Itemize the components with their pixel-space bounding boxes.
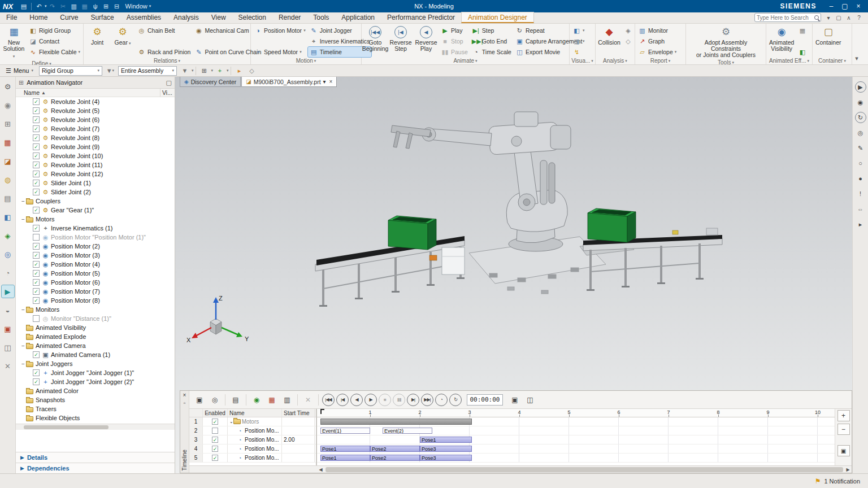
tab-tools[interactable]: Tools [307,12,335,23]
measure-button[interactable]: ◇ [622,36,634,46]
enabled-checkbox[interactable]: ✓ [212,437,218,443]
tree-checkbox[interactable]: ✓ [33,116,40,123]
chain-belt-button[interactable]: ◎Chain Belt [136,25,192,36]
enabled-checkbox[interactable]: ✓ [212,419,218,425]
history-icon[interactable]: ◔ [2,267,14,279]
position-motor-button[interactable]: ◑Position Motor▾ [252,25,307,36]
timeline-row-1[interactable]: 1✓ ⌄ Motors [189,417,316,426]
tree-checkbox[interactable]: ✓ [33,270,40,277]
speed-motor-button[interactable]: ◔Speed Motor▾ [252,47,307,57]
tree-item-revolute-joint-9[interactable]: ✓⚙Revolute Joint (9) [16,142,175,151]
envelope-button[interactable]: ▱Envelope▾ [636,47,678,57]
tree-item-position-motor-7[interactable]: ✓◉Position Motor (7) [16,287,175,296]
cut-icon[interactable]: ✂ [58,1,68,11]
close-icon[interactable]: × [329,79,333,85]
animated-visibility-button[interactable]: ◉AnimatedVisibility [767,25,796,57]
constraint-navigator-icon[interactable]: ▦ [2,136,14,149]
row-expander-icon[interactable]: ⌄ [229,419,233,424]
tree-item-position-motor-position-motor-1[interactable]: ◉Position Motor "Position Motor (1)" [16,233,175,242]
tree-item-motors[interactable]: −Motors [16,215,175,224]
gantt-row-2[interactable]: Event(1)Event(2) [317,426,835,435]
monitor-button[interactable]: ▥Monitor [636,25,678,36]
tab-view[interactable]: View [205,12,232,23]
tree-item-revolute-joint-4[interactable]: ✓⚙Revolute Joint (4) [16,97,175,106]
scrollbar-thumb[interactable] [326,467,843,472]
tree-item-animated-explode[interactable]: Animated Explode [16,332,175,341]
add-pose-icon[interactable]: ◉ [250,393,263,407]
time-scale-button[interactable]: ◔Time Scale [470,47,513,57]
tree-item-animated-camera[interactable]: −Animated Camera [16,341,175,350]
tree-checkbox[interactable] [33,315,40,322]
hd3d-tools-icon[interactable]: ◈ [2,229,14,242]
tree-item-position-motor-8[interactable]: ✓◉Position Motor (8) [16,296,175,305]
play-button[interactable]: ▶ [364,394,377,406]
tree-checkbox[interactable]: ✓ [33,369,40,376]
graph-button[interactable]: ↗Graph [636,36,678,46]
group-label-relations[interactable]: Relations▾ [84,57,250,64]
copy-icon[interactable]: ▥ [69,1,79,11]
stop-button[interactable]: ■Stop [439,36,470,46]
gantt-bar-pose3[interactable]: Pose3 [420,446,472,452]
group-label-container[interactable]: Container▾ [813,57,852,64]
timeline-options-icon[interactable]: ▫ [184,400,186,408]
save-icon[interactable]: ▤ [19,1,29,11]
tab-animation-designer[interactable]: Animation Designer [461,12,534,23]
window-expand-icon[interactable]: ▢ [834,13,843,22]
tree-item-revolute-joint-5[interactable]: ✓⚙Revolute Joint (5) [16,106,175,115]
tree-item-revolute-joint-11[interactable]: ✓⚙Revolute Joint (11) [16,160,175,169]
rotate-face-icon[interactable]: ◎ [855,127,866,138]
type-filter-combo[interactable]: Rigid Group ▾ [39,66,102,76]
tree-item-slider-joint-2[interactable]: ✓⚙Slider Joint (2) [16,188,175,197]
tree-item-slider-joint-1[interactable]: ✓⚙Slider Joint (1) [16,178,175,188]
command-search[interactable] [754,13,821,22]
tree-item-snapshots[interactable]: Snapshots [16,395,175,404]
paste-icon[interactable]: ▦ [80,1,90,11]
rigid-group-button[interactable]: ◧Rigid Group [27,25,82,36]
pin-icon[interactable]: ▾ [323,79,326,85]
timeline-row-5[interactable]: 5✓◔Position Mo... [189,454,316,463]
tree-checkbox[interactable]: ✓ [33,279,40,286]
joint-button[interactable]: ⚙Joint [85,25,110,57]
timeline-close-button[interactable]: × [183,392,186,400]
tree-item-revolute-joint-10[interactable]: ✓⚙Revolute Joint (10) [16,151,175,160]
group-label-animated-eff[interactable]: Animated Eff...▾ [766,57,812,64]
gantt-bar-group[interactable] [320,419,472,425]
tree-item-joint-jogger-joint-jogger-1[interactable]: ✓+Joint Jogger "Joint Jogger (1)" [16,368,175,377]
reuse-library-icon[interactable]: ▤ [2,192,14,204]
notification-flag-icon[interactable]: ⚑ [815,477,821,485]
tree-item-position-motor-6[interactable]: ✓◉Position Motor (6) [16,278,175,287]
group-label-motion[interactable]: Motion▾ [251,57,361,64]
fly-through-icon[interactable]: ▸ [233,66,245,76]
alert-icon[interactable]: ! [855,188,866,199]
navigator-column-header[interactable]: Name ▲ Vi... [16,89,175,97]
arrow-tool-icon[interactable]: ▸ [855,219,866,230]
gantt-row-3[interactable]: Pose1 [317,435,835,445]
tree-checkbox[interactable]: ✓ [33,261,40,268]
enabled-checkbox[interactable] [212,428,218,434]
tree-checkbox[interactable]: ✓ [33,143,40,150]
restore-orientation-icon[interactable]: ↻ [855,112,866,123]
show-hide-button[interactable]: ◧▾ [571,25,587,36]
gantt-bar-pose1[interactable]: Pose1 [320,455,370,461]
export-arrangement-icon[interactable]: ▤ [229,393,242,407]
column-name-label[interactable]: Name [24,89,40,96]
tree-item-animated-color[interactable]: Animated Color [16,386,175,395]
tree-expander-icon[interactable]: − [20,343,26,349]
gantt-bar-pose2[interactable]: Pose2 [370,455,420,461]
tree-item-revolute-joint-7[interactable]: ✓⚙Revolute Joint (7) [16,124,175,133]
timeline-row-3[interactable]: 3✓◔Position Mo...2.00 [189,435,316,445]
close-button[interactable]: × [852,1,865,12]
tree-item-couplers[interactable]: −Couplers [16,197,175,206]
tree-item-revolute-joint-6[interactable]: ✓⚙Revolute Joint (6) [16,115,175,124]
reverse-play-button[interactable]: ◀ [350,394,363,406]
tree-checkbox[interactable] [33,234,40,241]
new-arrangement-icon[interactable]: ▣ [193,393,206,407]
redo-icon[interactable]: ↷ [47,1,58,11]
tree-expander-icon[interactable]: − [20,198,26,204]
tab-assemblies[interactable]: Assemblies [120,12,167,23]
tree-checkbox[interactable]: ✓ [33,98,40,105]
mirror-view-icon[interactable]: ⇔ [855,203,866,215]
roles-icon[interactable]: ◉ [2,99,14,111]
time-display[interactable]: 00:00:00 [467,394,503,406]
search-scope-icon[interactable]: ▾ [824,13,833,22]
